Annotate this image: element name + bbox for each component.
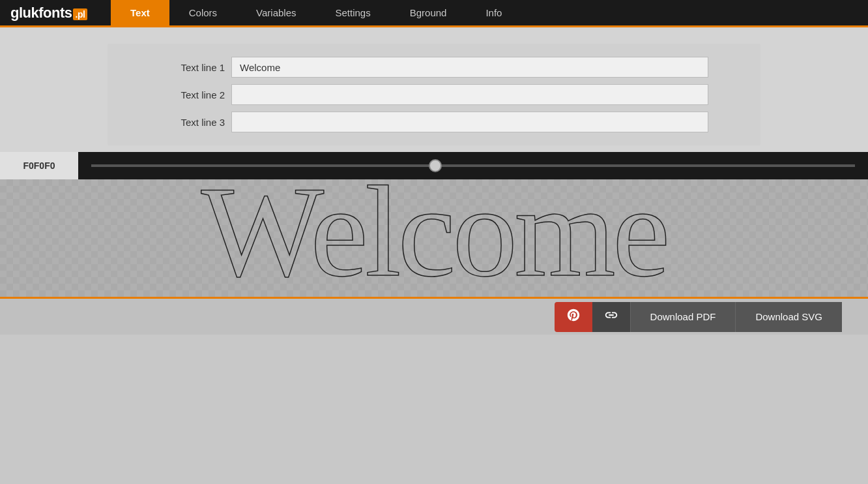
slider-color-code: F0F0F0 xyxy=(0,152,78,179)
input-line3[interactable] xyxy=(231,112,708,132)
link-icon xyxy=(604,308,618,325)
label-line3: Text line 3 xyxy=(160,117,225,128)
field-row-1: Text line 1 xyxy=(108,57,760,78)
controls-panel: Text line 1 Text line 2 Text line 3 xyxy=(108,44,760,145)
tab-text[interactable]: Text xyxy=(111,0,169,25)
bottom-bar: Download PDF Download SVG xyxy=(0,297,868,335)
tab-settings[interactable]: Settings xyxy=(316,0,390,25)
field-row-3: Text line 3 xyxy=(108,112,760,132)
download-pdf-button[interactable]: Download PDF xyxy=(630,302,736,332)
label-line2: Text line 2 xyxy=(160,89,225,100)
link-button[interactable] xyxy=(592,302,630,332)
tab-colors[interactable]: Colors xyxy=(169,0,237,25)
preview-text: Welcome xyxy=(201,179,667,297)
header: glukfonts.pl Text Colors Variables Setti… xyxy=(0,0,868,27)
logo-text: glukfonts.pl xyxy=(10,5,87,22)
input-line2[interactable] xyxy=(231,84,708,105)
tab-info[interactable]: Info xyxy=(466,0,521,25)
logo-badge: .pl xyxy=(73,8,88,20)
controls-wrapper: Text line 1 Text line 2 Text line 3 F0F0… xyxy=(0,27,868,179)
field-row-2: Text line 2 xyxy=(108,84,760,105)
logo: glukfonts.pl xyxy=(0,0,111,25)
label-line1: Text line 1 xyxy=(160,62,225,73)
download-svg-button[interactable]: Download SVG xyxy=(735,302,842,332)
pinterest-icon xyxy=(566,308,581,325)
tab-bground[interactable]: Bground xyxy=(390,0,467,25)
nav-tabs: Text Colors Variables Settings Bground I… xyxy=(111,0,521,25)
slider-track-container xyxy=(78,164,868,167)
input-line1[interactable] xyxy=(231,57,708,78)
preview-area: Welcome xyxy=(0,179,868,297)
size-slider[interactable] xyxy=(91,164,855,167)
pinterest-button[interactable] xyxy=(555,302,592,332)
logo-main: glukfonts xyxy=(10,5,72,21)
slider-row: F0F0F0 xyxy=(0,152,868,179)
tab-variables[interactable]: Variables xyxy=(237,0,315,25)
